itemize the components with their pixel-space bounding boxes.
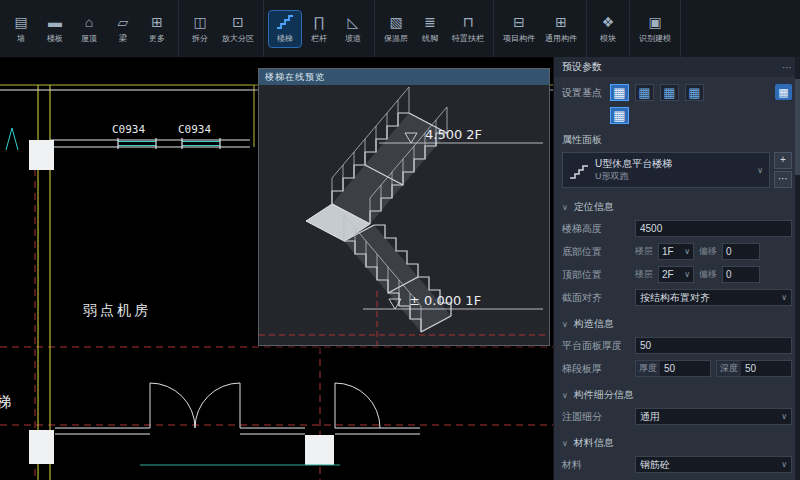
stair-type-subname: U形双跑: [595, 171, 751, 182]
railing-icon: ∏: [313, 14, 325, 30]
level-label: 楼层: [635, 268, 653, 281]
base-point-option-3-icon[interactable]: ▦: [660, 84, 679, 101]
section-material[interactable]: ∨ 材料信息: [554, 428, 800, 453]
toolbar-item-label: 模块: [600, 33, 616, 44]
stair-preview-drawing: 4.500 2F ± 0.000 1F: [259, 85, 547, 345]
flight-thickness-input[interactable]: 厚度 50: [635, 360, 711, 377]
toolbar-item-more[interactable]: ⊞ 更多: [141, 11, 173, 47]
type-more-button[interactable]: ⋯: [774, 171, 792, 188]
stair-icon: [276, 14, 294, 30]
preview-titlebar[interactable]: 楼梯在线预览: [259, 69, 549, 85]
base-point-label: 设置基点: [562, 84, 602, 100]
toolbar-item-insulation[interactable]: ▧ 保温层: [380, 11, 412, 47]
stair-height-row: 楼梯高度: [554, 217, 800, 240]
material-select[interactable]: 钢筋砼 ∨: [635, 456, 792, 473]
chevron-down-icon: ∨: [562, 320, 568, 329]
toolbar-item-generic-component[interactable]: ⊞ 通用构件: [541, 11, 581, 47]
toolbar-item-module[interactable]: ❖ 模块: [592, 11, 624, 47]
door-arcs: [150, 383, 380, 428]
stair-type-icon: [569, 161, 589, 179]
recognize-model-icon: ▣: [648, 14, 661, 30]
slab-icon: ▬: [48, 14, 62, 30]
toolbar-item-roof[interactable]: ⌂ 屋顶: [73, 11, 105, 47]
platform-thickness-input[interactable]: [635, 337, 792, 354]
stair-preview-window[interactable]: 楼梯在线预览: [258, 68, 550, 346]
subdivision-select[interactable]: 通用 ∨: [635, 408, 792, 425]
section-positioning[interactable]: ∨ 定位信息: [554, 192, 800, 217]
toolbar-item-split[interactable]: ◫ 拆分: [184, 11, 216, 47]
toolbar-item-wall[interactable]: ▤ 墙: [5, 11, 37, 47]
panel-scrollbar-thumb[interactable]: [795, 79, 800, 175]
toolbar-item-label: 楼梯: [277, 33, 293, 44]
add-type-button[interactable]: +: [774, 152, 792, 169]
toolbar-item-label: 特置扶栏: [452, 33, 484, 44]
toolbar-group-components: ⊟ 项目构件 ⊞ 通用构件: [494, 0, 587, 57]
toolbar-item-recognize-model[interactable]: ▣ 识别建模: [635, 11, 675, 47]
room-label: 弱点机房: [83, 302, 151, 318]
chevron-down-icon: ∨: [684, 247, 690, 256]
toolbar-item-beam[interactable]: ▱ 梁: [107, 11, 139, 47]
stair-height-input[interactable]: [635, 220, 792, 237]
bottom-offset-input[interactable]: [722, 243, 760, 260]
toolbar-item-ramp[interactable]: ◺ 坡道: [337, 11, 369, 47]
toolbar-item-railing[interactable]: ∏ 栏杆: [303, 11, 335, 47]
section-construction[interactable]: ∨ 构造信息: [554, 309, 800, 334]
toolbar-item-label: 梁: [119, 33, 127, 44]
panel-collapse-button[interactable]: ▦: [775, 84, 792, 100]
chevron-down-icon: ∨: [684, 270, 690, 279]
corner-mark: [6, 128, 18, 150]
window-tag: C0934: [178, 123, 211, 136]
stair-type-row: U型休息平台楼梯 U形双跑 ∨ + ⋯: [562, 152, 792, 188]
toolbar-group-detail: ▧ 保温层 ≣ 线脚 ⊓ 特置扶栏: [375, 0, 494, 57]
material-row: 材料 钢筋砼 ∨: [554, 453, 800, 476]
subdivision-label: 注圆细分: [562, 410, 630, 424]
base-point-option-5-icon[interactable]: ▦: [610, 107, 629, 124]
generic-component-icon: ⊞: [555, 14, 567, 30]
zoom-region-icon: ⊡: [232, 14, 244, 30]
toolbar-item-project-component[interactable]: ⊟ 项目构件: [499, 11, 539, 47]
elevation-top-label: 4.500 2F: [425, 127, 482, 142]
properties-section-label: 属性面板: [554, 126, 800, 150]
base-point-option-1-icon[interactable]: ▦: [610, 84, 629, 101]
toolbar-item-label: 屋顶: [81, 33, 97, 44]
flight-depth-input[interactable]: 深度 50: [716, 360, 792, 377]
bottom-level-value: 1F: [662, 246, 674, 257]
stair-type-select[interactable]: U型休息平台楼梯 U形双跑 ∨: [562, 152, 770, 188]
roof-icon: ⌂: [85, 14, 93, 30]
properties-panel: 预设参数 ⋯ 设置基点 ▦ ▦ ▦ ▦ ▦ ▦ 属性面板 U型休息平台楼梯 U形…: [553, 57, 800, 480]
toolbar-item-special-rail[interactable]: ⊓ 特置扶栏: [448, 11, 488, 47]
thickness-prefix-label: 厚度: [636, 361, 660, 376]
section-title: 定位信息: [574, 200, 614, 214]
section-title: 构造信息: [574, 317, 614, 331]
top-offset-input[interactable]: [722, 266, 760, 283]
panel-header: 预设参数 ⋯: [554, 57, 800, 77]
toolbar-item-label: 更多: [149, 33, 165, 44]
bottom-level-select[interactable]: 1F ∨: [658, 243, 694, 260]
toolbar-item-slab[interactable]: ▬ 楼板: [39, 11, 71, 47]
section-subdivision[interactable]: ∨ 构件细分信息: [554, 380, 800, 405]
platform-thickness-row: 平台面板厚度: [554, 334, 800, 357]
molding-icon: ≣: [424, 14, 436, 30]
platform-thickness-label: 平台面板厚度: [562, 339, 630, 353]
flight-thickness-label: 梯段板厚: [562, 362, 630, 376]
top-level-select[interactable]: 2F ∨: [658, 266, 694, 283]
toolbar-group-recognize: ▣ 识别建模: [630, 0, 681, 57]
chevron-down-icon: ∨: [562, 391, 568, 400]
panel-more-button[interactable]: ⋯: [782, 62, 792, 73]
base-point-option-2-icon[interactable]: ▦: [635, 84, 654, 101]
toolbar-item-zoom-region[interactable]: ⊡ 放大分区: [218, 11, 258, 47]
toolbar-item-label: 保温层: [384, 33, 408, 44]
toolbar-item-molding[interactable]: ≣ 线脚: [414, 11, 446, 47]
special-rail-icon: ⊓: [463, 14, 474, 30]
toolbar-item-stair[interactable]: 楼梯: [269, 11, 301, 47]
toolbar-item-label: 线脚: [422, 33, 438, 44]
toolbar-item-label: 放大分区: [222, 33, 254, 44]
chevron-down-icon: ∨: [562, 203, 568, 212]
section-align-row: 截面对齐 按结构布置对齐 ∨: [554, 286, 800, 309]
depth-value: 50: [741, 361, 760, 376]
beam-icon: ▱: [118, 14, 129, 30]
panel-scrollbar[interactable]: [795, 57, 800, 480]
section-align-select[interactable]: 按结构布置对齐 ∨: [635, 289, 792, 306]
main-toolbar: ▤ 墙 ▬ 楼板 ⌂ 屋顶 ▱ 梁 ⊞ 更多 ◫ 拆分 ⊡ 放大分区: [0, 0, 800, 58]
base-point-option-4-icon[interactable]: ▦: [685, 84, 704, 101]
